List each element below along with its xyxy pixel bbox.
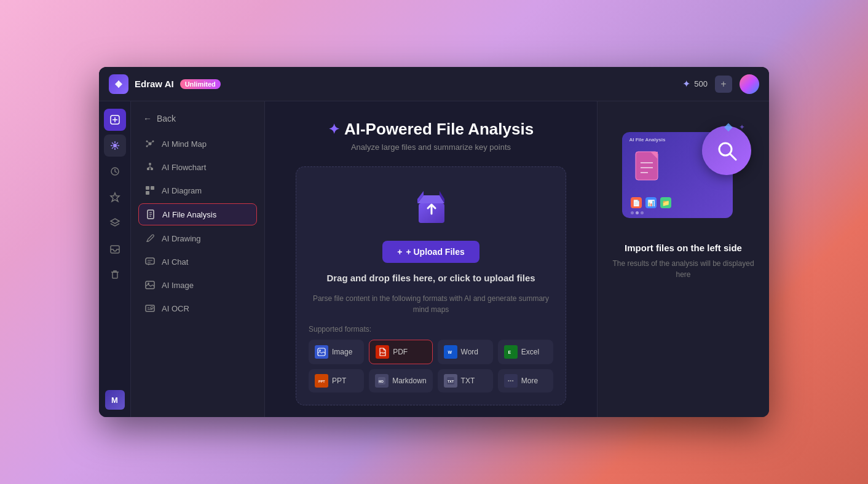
sidebar-add-icon[interactable]: [104, 109, 126, 131]
svg-rect-23: [146, 191, 149, 195]
svg-rect-53: [636, 152, 658, 180]
format-image[interactable]: Image: [309, 340, 364, 364]
format-txt[interactable]: TXT TXT: [438, 369, 493, 392]
title-bar-left: Edraw AI Unlimited: [109, 74, 682, 94]
upload-button-label: + Upload Files: [406, 247, 464, 257]
credits-button[interactable]: ✦ 500: [682, 78, 708, 90]
app-logo: [109, 74, 128, 94]
magnify-icon: [702, 126, 751, 175]
nav-label-ai-file-analysis: AI File Analysis: [162, 210, 216, 219]
nav-item-ai-image[interactable]: AI Image: [138, 275, 257, 295]
sidebar-trash-icon[interactable]: [104, 263, 126, 286]
nav-item-ai-chat[interactable]: AI Chat: [138, 251, 257, 272]
svg-rect-7: [112, 272, 117, 278]
svg-text:PPT: PPT: [318, 380, 325, 383]
ai-drawing-icon: [144, 233, 156, 244]
drag-drop-text: Drag and drop files here, or click to up…: [326, 273, 535, 283]
pdf-format-icon: PDF: [376, 345, 389, 359]
sidebar-ai-icon[interactable]: [104, 135, 126, 157]
user-avatar-mini[interactable]: M: [105, 390, 125, 410]
markdown-format-icon: MD: [375, 374, 389, 388]
svg-line-20: [150, 167, 152, 168]
word-label: Word: [461, 348, 478, 356]
excel-format-icon: E: [504, 345, 518, 359]
nav-label-ai-flowchart: AI Flowchart: [162, 163, 206, 172]
page-title: ✦ AI-Powered File Analysis: [328, 120, 534, 139]
app-window: Edraw AI Unlimited ✦ 500 +: [99, 67, 769, 417]
back-button[interactable]: ← Back: [138, 111, 257, 126]
ppt-label: PPT: [332, 377, 346, 385]
nav-item-ai-ocr[interactable]: AI OCR: [138, 298, 257, 319]
format-more[interactable]: ··· More: [498, 369, 553, 392]
user-avatar[interactable]: [740, 74, 759, 94]
drag-drop-subtext: Parse file content in the following form…: [309, 293, 553, 315]
format-excel[interactable]: E Excel: [498, 340, 553, 364]
upload-icon-wrap: [406, 182, 456, 231]
formats-section: Supported formats: Image PDF: [309, 325, 553, 392]
nav-label-ai-mind-map: AI Mind Map: [162, 139, 207, 149]
ai-image-icon: [144, 279, 156, 291]
svg-point-33: [148, 283, 149, 284]
txt-format-icon: TXT: [444, 374, 457, 388]
nav-item-ai-diagram[interactable]: AI Diagram: [138, 180, 257, 201]
nav-label-ai-image: AI Image: [162, 281, 194, 290]
svg-rect-29: [146, 258, 154, 264]
add-button[interactable]: +: [715, 76, 732, 93]
format-ppt[interactable]: PPT PPT: [309, 369, 364, 392]
sidebar-star-icon[interactable]: [104, 186, 126, 208]
icon-sidebar: M: [99, 101, 131, 417]
txt-label: TXT: [461, 377, 475, 385]
svg-text:TXT: TXT: [448, 380, 454, 383]
back-arrow-icon: ←: [143, 114, 152, 123]
ai-mind-map-icon: [144, 138, 156, 149]
right-panel-title: Import files on the left side: [625, 243, 742, 253]
nav-label-ai-drawing: AI Drawing: [162, 234, 201, 243]
format-word[interactable]: W Word: [438, 340, 493, 364]
title-bar-right: ✦ 500 +: [682, 74, 759, 94]
sidebar-layers-icon[interactable]: [104, 212, 126, 234]
right-panel: AI File Analysis: [597, 101, 769, 417]
svg-rect-21: [146, 186, 149, 190]
svg-point-41: [319, 349, 320, 351]
svg-rect-17: [151, 168, 153, 170]
svg-text:MD: MD: [379, 380, 384, 383]
icon-sidebar-top: [104, 109, 126, 386]
credits-value: 500: [694, 79, 708, 88]
upload-files-button[interactable]: + + Upload Files: [382, 241, 479, 263]
ai-ocr-icon: [144, 303, 156, 314]
svg-text:E: E: [508, 350, 511, 354]
nav-item-ai-mind-map[interactable]: AI Mind Map: [138, 133, 257, 154]
svg-point-15: [149, 163, 151, 165]
back-label: Back: [157, 114, 176, 123]
nav-item-ai-drawing[interactable]: AI Drawing: [138, 228, 257, 249]
markdown-label: Markdown: [392, 377, 426, 385]
format-pdf[interactable]: PDF PDF: [369, 340, 432, 364]
nav-label-ai-ocr: AI OCR: [162, 304, 189, 313]
svg-rect-37: [151, 307, 153, 309]
svg-rect-16: [147, 168, 149, 170]
sidebar-history-icon[interactable]: [104, 160, 126, 182]
ai-diagram-icon: [144, 185, 156, 196]
ai-file-analysis-icon: [145, 209, 156, 220]
svg-line-59: [730, 154, 736, 160]
upload-card: + + Upload Files Drag and drop files her…: [296, 166, 566, 405]
nav-label-ai-diagram: AI Diagram: [162, 186, 202, 195]
sidebar-inbox-icon[interactable]: [104, 238, 126, 260]
svg-line-19: [148, 167, 150, 168]
nav-item-ai-flowchart[interactable]: AI Flowchart: [138, 157, 257, 178]
format-markdown[interactable]: MD Markdown: [369, 369, 432, 392]
excel-label: Excel: [521, 348, 539, 356]
formats-label: Supported formats:: [309, 325, 553, 334]
svg-text:PDF: PDF: [381, 351, 386, 354]
nav-sidebar: ← Back AI Mind Map AI Flowchart AI D: [131, 101, 265, 417]
ppt-format-icon: PPT: [315, 374, 328, 388]
svg-rect-22: [151, 186, 154, 190]
image-label: Image: [332, 348, 352, 356]
main-content: ✦ AI-Powered File Analysis Analyze large…: [265, 101, 769, 417]
nav-item-ai-file-analysis[interactable]: AI File Analysis: [138, 203, 257, 225]
title-bar: Edraw AI Unlimited ✦ 500 +: [99, 67, 769, 101]
pdf-label: PDF: [393, 348, 408, 356]
right-panel-subtitle: The results of the analysis will be disp…: [610, 258, 757, 280]
unlimited-badge: Unlimited: [180, 79, 221, 89]
formats-grid: Image PDF PDF W: [309, 340, 553, 392]
